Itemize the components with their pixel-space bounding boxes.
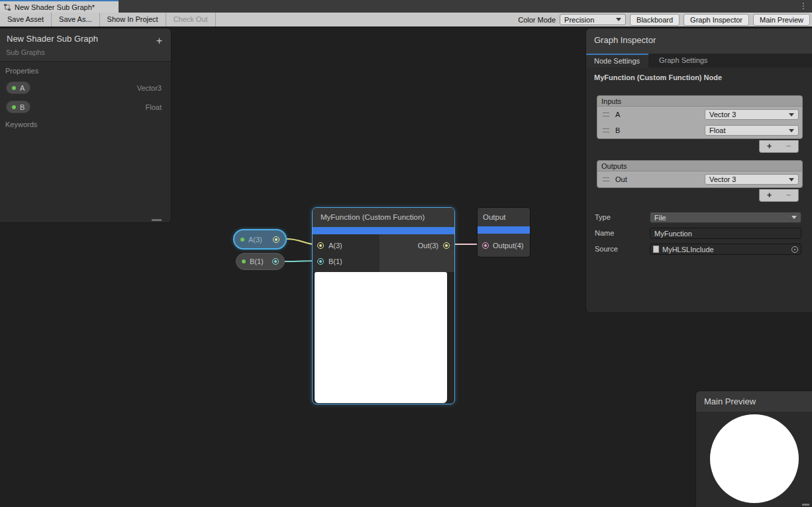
color-mode-dropdown[interactable]: Precision xyxy=(560,14,626,25)
remove-input-button: − xyxy=(786,141,791,152)
node-output[interactable]: Output Output(4) xyxy=(477,207,531,257)
object-picker-icon[interactable] xyxy=(791,246,798,253)
drag-handle-icon[interactable] xyxy=(603,128,609,132)
property-name: A xyxy=(20,84,25,92)
input-port-row: B(1) xyxy=(313,254,380,269)
add-input-button[interactable]: + xyxy=(767,141,772,152)
inspector-header: Graph Inspector xyxy=(586,28,812,54)
tab-title: New Shader Sub Graph* xyxy=(15,3,95,11)
tab-graph-settings[interactable]: Graph Settings xyxy=(659,54,707,68)
overflow-menu-icon[interactable]: ⋮ xyxy=(799,1,807,11)
output-port-label: Out(3) xyxy=(418,242,438,250)
add-output-button[interactable]: + xyxy=(767,190,772,201)
property-node-b[interactable]: B(1) xyxy=(236,253,285,270)
blackboard-property-b[interactable]: B xyxy=(6,101,30,113)
input-port-label: A(3) xyxy=(329,242,342,250)
drag-handle-icon[interactable] xyxy=(603,177,609,181)
input-type-value: Float xyxy=(709,126,725,134)
node-myfunction[interactable]: MyFunction (Custom Function) A(3) B(1) O… xyxy=(312,207,455,404)
input-port-row: A(3) xyxy=(313,238,380,254)
property-node-a[interactable]: A(3) xyxy=(233,229,287,250)
blackboard-panel: New Shader Sub Graph Sub Graphs + Proper… xyxy=(0,28,172,223)
list-row[interactable]: Out Vector 3 xyxy=(597,171,802,187)
main-preview-panel: Main Preview xyxy=(695,391,812,507)
output-port-icon[interactable] xyxy=(272,258,279,265)
file-icon xyxy=(653,246,659,253)
input-port-row: Output(4) xyxy=(478,234,530,257)
name-label: Name xyxy=(595,229,614,237)
output-port-icon[interactable] xyxy=(443,242,450,249)
type-value: File xyxy=(654,214,666,222)
list-row[interactable]: B Float xyxy=(597,122,802,138)
preview-sphere[interactable] xyxy=(710,414,799,503)
save-asset-button[interactable]: Save Asset xyxy=(0,13,52,26)
graph-inspector-panel: Graph Inspector Node Settings Graph Sett… xyxy=(585,28,812,313)
node-title[interactable]: MyFunction (Custom Function) xyxy=(313,208,454,227)
tab-new-shader-sub-graph[interactable]: New Shader Sub Graph* xyxy=(0,0,119,13)
node-accent-bar xyxy=(478,226,530,234)
input-type-dropdown[interactable]: Vector 3 xyxy=(705,109,799,120)
type-dropdown[interactable]: File xyxy=(650,212,801,223)
input-port-label: B(1) xyxy=(329,257,342,265)
node-title[interactable]: Output xyxy=(478,208,530,226)
property-type: Float xyxy=(146,103,162,111)
list-row[interactable]: A Vector 3 xyxy=(597,107,802,122)
source-value: MyHLSLInclude xyxy=(662,246,788,254)
add-property-button[interactable]: + xyxy=(156,36,162,46)
shader-graph-icon xyxy=(3,3,11,11)
chevron-down-icon xyxy=(789,113,794,116)
output-port-row: Out(3) xyxy=(380,238,454,254)
input-port-label: Output(4) xyxy=(493,242,523,250)
node-preview xyxy=(315,272,447,403)
exposed-dot-icon xyxy=(240,238,244,242)
output-name: Out xyxy=(615,175,627,183)
graph-inspector-toggle-button[interactable]: Graph Inspector xyxy=(684,14,749,26)
blackboard-header: New Shader Sub Graph Sub Graphs + xyxy=(0,28,171,62)
tab-node-settings[interactable]: Node Settings xyxy=(586,54,648,68)
input-port-icon[interactable] xyxy=(317,258,324,265)
exposed-dot-icon xyxy=(12,105,16,109)
drag-handle-icon[interactable] xyxy=(603,113,609,116)
chevron-down-icon xyxy=(789,178,794,181)
chevron-down-icon xyxy=(616,18,621,21)
blackboard-subtitle: Sub Graphs xyxy=(6,48,45,56)
node-body: A(3) B(1) Out(3) xyxy=(313,234,454,272)
input-port-icon[interactable] xyxy=(317,242,324,249)
name-field-row: Name xyxy=(586,228,812,239)
input-name: A xyxy=(615,111,620,118)
outputs-list-footer: + − xyxy=(759,189,799,202)
function-name-input[interactable] xyxy=(650,228,801,239)
input-port-icon[interactable] xyxy=(482,242,489,249)
input-name: B xyxy=(615,126,620,134)
node-input-column: A(3) B(1) xyxy=(313,234,380,272)
outputs-list: Outputs Out Vector 3 xyxy=(597,160,803,188)
keywords-section-label: Keywords xyxy=(5,120,37,128)
check-out-button: Check Out xyxy=(166,13,216,26)
node-output-column: Out(3) xyxy=(380,234,454,272)
source-object-field[interactable]: MyHLSLInclude xyxy=(650,244,801,255)
main-preview-toggle-button[interactable]: Main Preview xyxy=(753,14,810,26)
property-node-label: A(3) xyxy=(248,236,262,244)
blackboard-toggle-button[interactable]: Blackboard xyxy=(630,14,680,26)
properties-section-label: Properties xyxy=(5,67,38,75)
property-node-label: B(1) xyxy=(250,257,264,265)
chevron-down-icon xyxy=(791,216,797,219)
save-as-button[interactable]: Save As... xyxy=(52,13,100,26)
color-mode-label: Color Mode xyxy=(518,16,556,24)
input-type-value: Vector 3 xyxy=(709,111,736,118)
inputs-list-footer: + − xyxy=(759,140,799,153)
input-type-dropdown[interactable]: Float xyxy=(705,125,799,136)
resize-handle[interactable] xyxy=(152,219,162,221)
resize-handle[interactable] xyxy=(802,504,809,506)
color-mode-value: Precision xyxy=(564,16,594,24)
inputs-list-header: Inputs xyxy=(597,96,802,107)
main-toolbar: Save Asset Save As... Show In Project Ch… xyxy=(0,13,812,28)
output-port-icon[interactable] xyxy=(273,236,279,243)
show-in-project-button[interactable]: Show In Project xyxy=(100,13,166,26)
remove-output-button: − xyxy=(786,190,791,201)
window-tab-bar: New Shader Sub Graph* ⋮ xyxy=(0,0,812,13)
inspector-title: Graph Inspector xyxy=(594,35,656,45)
output-type-dropdown[interactable]: Vector 3 xyxy=(705,174,799,185)
exposed-dot-icon xyxy=(12,86,16,90)
blackboard-property-a[interactable]: A xyxy=(6,81,30,94)
